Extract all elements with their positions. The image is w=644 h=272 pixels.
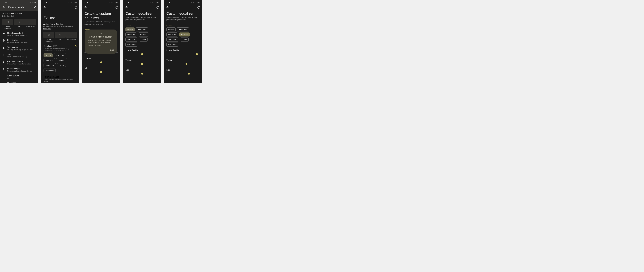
chip-clarity[interactable]: Clarity xyxy=(139,38,148,42)
back-icon[interactable] xyxy=(2,6,5,9)
edit-icon[interactable] xyxy=(33,6,36,9)
help-icon[interactable] xyxy=(116,6,118,9)
back-icon[interactable] xyxy=(166,6,169,9)
anc-title: Active Noise Control xyxy=(2,12,36,15)
slider-treble-label: Treble xyxy=(84,57,118,60)
chip-vocal-boost[interactable]: Vocal boost xyxy=(126,38,138,42)
slider-mid-label: Mid xyxy=(126,69,159,71)
slider-mid[interactable] xyxy=(126,73,159,75)
slider-treble-label: Treble xyxy=(126,59,159,62)
chip-last-saved[interactable]: Last saved xyxy=(166,43,178,47)
eq-subtitle: Select a preset or customize your EQ bas… xyxy=(44,48,69,52)
seg-label-off: Off xyxy=(54,39,66,42)
learn-more-link[interactable]: Learn more xyxy=(43,28,51,30)
anc-mode-noise-cancellation[interactable] xyxy=(43,32,54,38)
status-time: 12:16 xyxy=(2,1,7,3)
ear-icon xyxy=(2,61,5,63)
chip-light-bass[interactable]: Light bass xyxy=(126,33,137,37)
nav-handle[interactable] xyxy=(94,82,108,82)
chip-heavy-bass[interactable]: Heavy bass xyxy=(176,28,189,32)
anc-mode-transparency[interactable] xyxy=(25,19,36,25)
slider-mid-label: Mid xyxy=(166,69,200,71)
gear-icon[interactable] xyxy=(74,45,77,48)
back-icon[interactable] xyxy=(84,6,87,9)
status-time: 11:41 xyxy=(166,1,171,3)
page-title: Sound xyxy=(41,11,79,22)
page-title: Create a custom equalizer xyxy=(82,11,120,21)
chip-clarity[interactable]: Clarity xyxy=(180,38,188,42)
status-icons: 99% xyxy=(109,2,118,3)
status-icons: 97% xyxy=(27,2,36,3)
anc-subtitle: Noise Control off xyxy=(2,15,36,17)
chip-default[interactable]: Default xyxy=(166,28,176,32)
item-touch-controls[interactable]: Touch controlsOn / Tap, double tap, swip… xyxy=(0,45,38,52)
status-icons: 99% xyxy=(191,2,200,3)
slider-treble[interactable] xyxy=(84,61,118,63)
chip-heavy-bass[interactable]: Heavy bass xyxy=(136,28,148,32)
eq-title: Equalizer (EQ) xyxy=(44,45,69,47)
chip-vocal-boost[interactable]: Vocal boost xyxy=(44,63,56,67)
slider-upper-treble-label: Upper Treble xyxy=(126,49,159,52)
chip-clarity[interactable]: Clarity xyxy=(57,63,66,67)
slider-upper-treble[interactable] xyxy=(166,53,200,55)
slider-mid[interactable] xyxy=(166,73,200,75)
chevron-right-icon xyxy=(2,68,5,71)
chip-default[interactable]: Default xyxy=(44,53,53,57)
help-icon[interactable] xyxy=(197,6,200,9)
page-title: Custom equalizer xyxy=(164,11,202,16)
chip-vocal-boost[interactable]: Vocal boost xyxy=(166,38,179,42)
volume-balance-title: Volume balance xyxy=(44,76,77,78)
anc-mode-noise-cancellation[interactable] xyxy=(2,19,13,25)
dialog-create-custom-eq: ⚠ Create a custom equalizer Moving slide… xyxy=(85,30,117,54)
anc-mode-transparency[interactable] xyxy=(66,32,77,38)
item-eartip-seal[interactable]: Eartip seal checkImprove Active Noise Ca… xyxy=(0,59,38,66)
slider-treble[interactable] xyxy=(166,63,200,65)
anc-mode-off[interactable] xyxy=(14,19,24,25)
chip-last-saved[interactable]: Last saved xyxy=(44,68,56,72)
status-time: 11:41 xyxy=(84,1,89,3)
back-icon[interactable] xyxy=(125,6,128,9)
item-audio-switch[interactable]: Audio switchOn xyxy=(0,73,38,80)
seg-label-nc: Noise Cancellation xyxy=(43,39,54,42)
seg-label-off: Off xyxy=(14,26,25,29)
slider-upper-treble[interactable] xyxy=(126,53,159,55)
page-description: Adjust sliders right or left according t… xyxy=(82,21,120,27)
chip-default[interactable]: Default xyxy=(126,28,134,32)
back-icon[interactable] xyxy=(43,6,46,9)
page-title: Custom equalizer xyxy=(123,11,161,16)
help-icon[interactable] xyxy=(74,6,77,9)
chip-last-saved[interactable]: Last saved xyxy=(126,43,138,47)
dialog-body: Moving sliders creates a custom tuning. … xyxy=(88,40,114,46)
warning-icon: ⚠ xyxy=(88,32,114,35)
seg-label-trans: Transparency xyxy=(66,39,77,42)
status-icons: 99% xyxy=(150,2,159,3)
nav-handle[interactable] xyxy=(12,82,26,82)
status-icons: 99% xyxy=(68,2,77,3)
slider-treble[interactable] xyxy=(126,63,159,65)
dialog-got-it-button[interactable]: Got it xyxy=(88,48,114,52)
item-find-device[interactable]: Find deviceSee location info or ring dev… xyxy=(0,38,38,45)
slider-mid[interactable] xyxy=(84,71,118,73)
presets-label: Presets xyxy=(164,23,202,26)
status-time: 11:41 xyxy=(126,1,130,3)
item-more-settings[interactable]: More settingsFirmware updates, about, an… xyxy=(0,66,38,73)
nav-handle[interactable] xyxy=(176,82,190,82)
slider-treble-label: Treble xyxy=(166,59,200,62)
slider-upper-treble-label: Upper Treble xyxy=(166,49,200,52)
chip-balanced[interactable]: Balanced xyxy=(56,58,67,62)
seg-label-trans: Transparency xyxy=(25,26,36,29)
chip-balanced[interactable]: Balanced xyxy=(179,33,190,37)
anc-subtitle: Off mode: Disables noise control complet… xyxy=(43,26,77,30)
chip-heavy-bass[interactable]: Heavy bass xyxy=(54,53,66,57)
nav-handle[interactable] xyxy=(53,82,67,82)
seg-label-nc: Noise Cancellation xyxy=(2,26,14,29)
chip-light-bass[interactable]: Light bass xyxy=(166,33,178,37)
item-sound[interactable]: SoundActive Noise Control and EQ xyxy=(0,52,38,59)
item-google-assistant[interactable]: Google AssistantNotifications and prefer… xyxy=(0,31,38,38)
page-description: Adjust sliders right or left according t… xyxy=(164,16,202,23)
chip-light-bass[interactable]: Light bass xyxy=(44,58,55,62)
help-icon[interactable] xyxy=(156,6,159,9)
anc-mode-off[interactable] xyxy=(54,32,66,38)
nav-handle[interactable] xyxy=(135,82,149,82)
chip-balanced[interactable]: Balanced xyxy=(138,33,149,37)
